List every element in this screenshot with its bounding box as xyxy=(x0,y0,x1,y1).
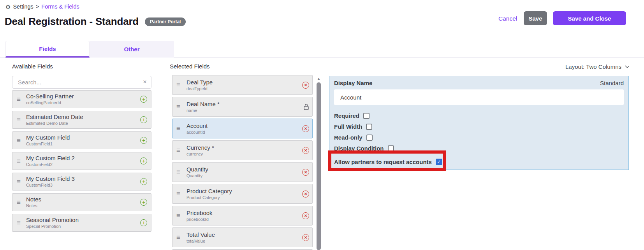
breadcrumb-forms-fields[interactable]: Forms & Fields xyxy=(41,3,79,10)
available-field-card[interactable]: ≡ My Custom Field 2 CustomField2 + xyxy=(12,152,151,170)
drag-handle-icon[interactable]: ≡ xyxy=(17,137,21,144)
field-key: currency xyxy=(187,152,299,157)
vertical-scrollbar[interactable]: ▲ xyxy=(316,76,321,250)
field-key: name xyxy=(187,108,300,113)
field-name: Co-Selling Partner xyxy=(26,93,137,100)
add-field-button[interactable]: + xyxy=(140,96,147,103)
remove-field-button[interactable]: × xyxy=(302,191,309,198)
available-field-card[interactable]: ≡ Estimated Demo Date Estimated Demo Dat… xyxy=(12,111,151,129)
add-field-button[interactable]: + xyxy=(140,116,147,123)
required-checkbox[interactable] xyxy=(363,113,370,119)
scroll-up-arrow-icon[interactable]: ▲ xyxy=(316,76,321,81)
layout-selector[interactable]: Layout: Two Columns xyxy=(565,63,630,70)
title-row: Deal Registration - Standard Partner Por… xyxy=(5,16,186,28)
display-condition-label: Display Condition xyxy=(334,145,384,152)
available-fields-column: Available Fields × ≡ Co-Selling Partner … xyxy=(0,58,158,250)
field-name: Total Value xyxy=(187,231,299,238)
field-name: Currency * xyxy=(187,144,299,151)
tab-bar: Fields Other xyxy=(0,41,644,58)
available-field-card[interactable]: ≡ Notes Notes + xyxy=(12,193,151,211)
chevron-down-icon xyxy=(625,65,630,68)
layout-selector-label: Layout: Two Columns xyxy=(565,63,621,70)
field-key: Quantity xyxy=(187,173,299,178)
tab-other[interactable]: Other xyxy=(90,41,174,58)
save-and-close-button[interactable]: Save and Close xyxy=(553,11,626,25)
allow-partner-accounts-label: Allow partners to request accounts xyxy=(334,159,432,165)
search-box: × xyxy=(12,76,151,89)
add-field-button[interactable]: + xyxy=(140,219,147,226)
display-name-label: Display Name xyxy=(334,80,372,86)
drag-handle-icon[interactable]: ≡ xyxy=(17,178,21,185)
add-field-button[interactable]: + xyxy=(140,178,147,185)
field-key: accountId xyxy=(187,130,299,135)
remove-field-button[interactable]: × xyxy=(302,82,309,89)
selected-field-card[interactable]: ≡ Pricebook pricebookId × xyxy=(172,206,313,226)
drag-handle-icon[interactable]: ≡ xyxy=(176,103,180,110)
allow-partner-accounts-checkbox[interactable]: ✓ xyxy=(436,159,442,165)
drag-handle-icon[interactable]: ≡ xyxy=(17,158,21,164)
selected-fields-list: ≡ Deal Type dealTypeId × ≡ Deal Name * n… xyxy=(172,75,313,250)
breadcrumb-settings[interactable]: Settings xyxy=(13,3,33,10)
add-field-button[interactable]: + xyxy=(140,199,147,206)
field-key: CustomField2 xyxy=(26,162,137,167)
drag-handle-icon[interactable]: ≡ xyxy=(176,191,180,197)
field-key: Estimated Demo Date xyxy=(26,121,137,126)
cancel-button[interactable]: Cancel xyxy=(498,15,517,22)
available-field-card[interactable]: ≡ My Custom Field CustomField1 + xyxy=(12,131,151,149)
drag-handle-icon[interactable]: ≡ xyxy=(176,147,180,154)
available-field-card[interactable]: ≡ Seasonal Promotion Special Promotion + xyxy=(12,214,151,232)
field-key: Special Promotion xyxy=(26,224,137,229)
selected-field-card[interactable]: ≡ Currency * currency × xyxy=(172,140,313,160)
field-name: Notes xyxy=(26,196,137,203)
option-row-required: Required xyxy=(334,112,624,119)
selected-field-card[interactable]: ≡ Total Value totalValue × xyxy=(172,227,313,247)
field-detail-panel: Display Name Standard Required Full Widt… xyxy=(329,76,629,170)
remove-field-button[interactable]: × xyxy=(302,212,309,219)
field-name: My Custom Field 3 xyxy=(26,175,137,182)
drag-handle-icon[interactable]: ≡ xyxy=(17,96,21,103)
field-name: Deal Name * xyxy=(187,101,300,107)
selected-field-card[interactable]: ≡ Deal Type dealTypeId × xyxy=(172,75,313,95)
drag-handle-icon[interactable]: ≡ xyxy=(176,125,180,132)
variant-label: Standard xyxy=(600,80,624,86)
search-input[interactable] xyxy=(12,76,151,89)
clear-search-icon[interactable]: × xyxy=(143,78,147,86)
selected-field-card[interactable]: ≡ Quantity Quantity × xyxy=(172,162,313,182)
selected-field-card[interactable]: ≡ Deal Name * name xyxy=(172,97,313,117)
drag-handle-icon[interactable]: ≡ xyxy=(17,220,21,226)
drag-handle-icon[interactable]: ≡ xyxy=(176,82,180,88)
field-name: My Custom Field 2 xyxy=(26,155,137,161)
field-key: coSellingPartnerId xyxy=(26,100,137,105)
drag-handle-icon[interactable]: ≡ xyxy=(176,169,180,175)
remove-field-button[interactable]: × xyxy=(302,125,309,132)
page-title: Deal Registration - Standard xyxy=(5,16,139,28)
drag-handle-icon[interactable]: ≡ xyxy=(17,199,21,206)
tab-fields[interactable]: Fields xyxy=(5,41,90,58)
available-field-card[interactable]: ≡ Co-Selling Partner coSellingPartnerId … xyxy=(12,90,151,108)
display-name-input[interactable] xyxy=(334,89,624,105)
remove-field-button[interactable]: × xyxy=(302,169,309,176)
lock-icon xyxy=(303,103,309,110)
full-width-checkbox[interactable] xyxy=(366,124,372,130)
remove-field-button[interactable]: × xyxy=(302,234,309,241)
field-name: Quantity xyxy=(187,166,299,173)
drag-handle-icon[interactable]: ≡ xyxy=(176,212,180,219)
field-name: My Custom Field xyxy=(26,134,137,141)
selected-field-card-active[interactable]: ≡ Account accountId × xyxy=(172,119,313,138)
drag-handle-icon[interactable]: ≡ xyxy=(17,117,21,123)
available-field-card[interactable]: ≡ My Custom Field 3 CustomField3 + xyxy=(12,173,151,191)
remove-field-button[interactable]: × xyxy=(302,147,309,154)
field-name: Deal Type xyxy=(187,79,299,86)
option-row-read-only: Read-only xyxy=(334,134,624,141)
field-key: Product Category xyxy=(187,195,299,200)
scrollbar-thumb[interactable] xyxy=(317,82,321,250)
add-field-button[interactable]: + xyxy=(140,137,147,144)
drag-handle-icon[interactable]: ≡ xyxy=(176,234,180,241)
selected-field-card[interactable]: ≡ Product Category Product Category × xyxy=(172,184,313,204)
display-condition-checkbox[interactable] xyxy=(388,145,394,152)
selected-fields-column: Selected Fields ≡ Deal Type dealTypeId ×… xyxy=(170,58,316,250)
read-only-checkbox[interactable] xyxy=(366,135,373,141)
save-button[interactable]: Save xyxy=(524,11,547,25)
add-field-button[interactable]: + xyxy=(140,157,147,164)
field-name: Account xyxy=(187,122,299,129)
